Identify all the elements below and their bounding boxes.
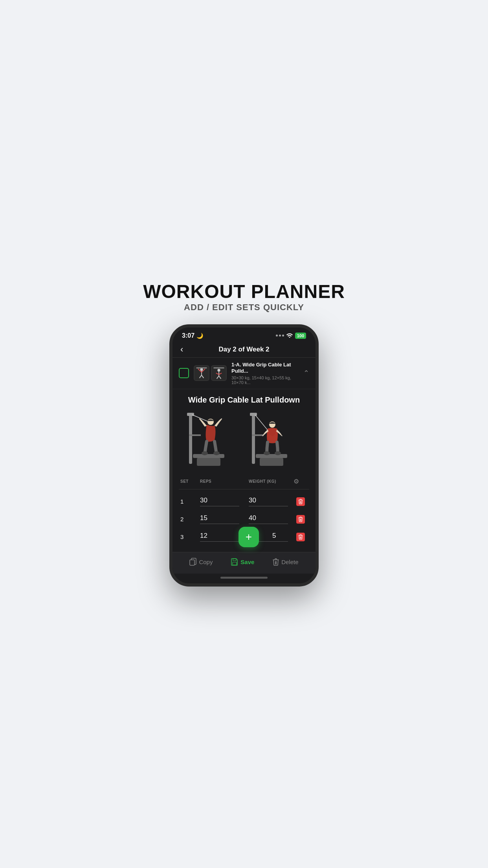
exercise-header[interactable]: 1-A. Wide Grip Cable Lat Pulld... 30×30 … [172, 358, 316, 390]
trash-icon-3[interactable] [296, 533, 305, 541]
reps-input-3[interactable] [200, 532, 239, 542]
signal-dot-3 [282, 335, 284, 337]
weight-input-wrap-3[interactable]: + [245, 532, 294, 542]
delete-icon [273, 558, 279, 566]
trash-icon-1[interactable] [296, 497, 305, 506]
delete-button[interactable]: Delete [273, 558, 298, 566]
bottom-bar: Copy Save Delete [172, 552, 316, 574]
exercise-thumbnails [194, 365, 227, 381]
delete-set-1[interactable] [294, 497, 308, 506]
status-bar: 3:07 🌙 100 [172, 327, 316, 342]
weight-input-wrap-2[interactable] [245, 514, 294, 524]
col-header-reps: REPS [196, 479, 245, 484]
thumb-1 [194, 365, 209, 381]
svg-point-23 [202, 451, 208, 455]
copy-button[interactable]: Copy [189, 558, 213, 566]
add-set-button[interactable]: + [238, 527, 259, 547]
delete-label: Delete [281, 559, 298, 565]
set-row-2: 2 [179, 510, 309, 528]
page-wrapper: WORKOUT PLANNER ADD / EDIT SETS QUICKLY … [122, 266, 366, 603]
signal-dot-1 [276, 335, 278, 337]
sets-table: SET REPS WEIGHT (KG) ⚙ 1 [179, 478, 309, 546]
svg-rect-16 [189, 413, 192, 464]
weight-input-1[interactable] [249, 497, 288, 506]
home-indicator [172, 574, 316, 583]
svg-rect-27 [252, 434, 264, 436]
set-num-3: 3 [180, 533, 196, 540]
svg-rect-7 [196, 368, 207, 369]
battery-badge: 100 [295, 333, 306, 339]
home-bar [220, 577, 268, 579]
page-title: WORKOUT PLANNER [143, 281, 345, 302]
exercise-image-end [248, 411, 303, 470]
weight-input-wrap-1[interactable] [245, 497, 294, 506]
status-time: 3:07 🌙 [182, 332, 203, 339]
phone-shell: 3:07 🌙 100 [169, 324, 319, 587]
copy-label: Copy [199, 559, 213, 565]
svg-rect-30 [260, 458, 283, 466]
copy-icon [189, 558, 196, 566]
save-label: Save [240, 559, 254, 565]
reps-input-1[interactable] [200, 497, 239, 506]
signal-dot-2 [279, 335, 281, 337]
exercise-sets-small: 30×30 kg, 15×40 kg, 12×55 kg, 10×70 k... [231, 375, 299, 385]
exercise-name-small: 1-A. Wide Grip Cable Lat Pulld... [231, 362, 299, 375]
svg-rect-20 [193, 454, 224, 458]
page-subtitle: ADD / EDIT SETS QUICKLY [184, 302, 304, 313]
delete-set-3[interactable] [294, 533, 308, 541]
svg-rect-21 [197, 458, 220, 466]
thumb-2 [211, 365, 227, 381]
moon-icon: 🌙 [196, 333, 203, 339]
svg-rect-17 [187, 413, 194, 416]
col-header-set: SET [180, 479, 196, 484]
back-button[interactable]: ‹ [180, 344, 183, 355]
phone-inner: 3:07 🌙 100 [172, 327, 316, 584]
reps-input-2[interactable] [200, 514, 239, 524]
save-icon [231, 558, 238, 566]
settings-icon[interactable]: ⚙ [294, 478, 299, 485]
svg-rect-29 [256, 454, 287, 458]
nav-bar: ‹ Day 2 of Week 2 [172, 342, 316, 358]
svg-rect-25 [252, 413, 255, 464]
save-button[interactable]: Save [231, 558, 254, 566]
signal-dots [276, 335, 284, 337]
col-header-action: ⚙ [294, 478, 308, 485]
sets-header: SET REPS WEIGHT (KG) ⚙ [179, 478, 309, 489]
reps-input-wrap-2[interactable] [196, 514, 245, 524]
exercise-info: 1-A. Wide Grip Cable Lat Pulld... 30×30 … [231, 362, 299, 385]
svg-point-9 [217, 369, 220, 372]
trash-icon-2[interactable] [296, 515, 305, 524]
wifi-icon [286, 333, 293, 339]
reps-input-wrap-3[interactable] [196, 532, 245, 542]
reps-input-wrap-1[interactable] [196, 497, 245, 506]
exercise-full-title: Wide Grip Cable Lat Pulldown [179, 395, 309, 405]
weight-input-2[interactable] [249, 514, 288, 524]
svg-point-33 [275, 451, 281, 455]
delete-set-2[interactable] [294, 515, 308, 524]
set-row-3: 3 + [179, 528, 309, 546]
exercise-checkbox[interactable] [179, 368, 189, 378]
svg-point-1 [200, 368, 203, 371]
svg-rect-36 [233, 562, 237, 565]
status-right: 100 [276, 333, 306, 339]
svg-rect-15 [214, 368, 224, 369]
col-header-weight: WEIGHT (KG) [245, 479, 294, 484]
exercise-images [179, 411, 309, 470]
svg-rect-34 [190, 560, 194, 565]
chevron-up-icon[interactable]: ⌃ [303, 369, 309, 377]
set-num-2: 2 [180, 516, 196, 522]
svg-point-24 [213, 451, 220, 455]
exercise-image-start [185, 411, 240, 470]
exercise-content: Wide Grip Cable Lat Pulldown [172, 389, 316, 552]
svg-rect-18 [189, 434, 201, 436]
set-row-1: 1 [179, 493, 309, 510]
svg-point-32 [264, 451, 270, 455]
set-num-1: 1 [180, 498, 196, 505]
nav-title: Day 2 of Week 2 [218, 346, 269, 353]
